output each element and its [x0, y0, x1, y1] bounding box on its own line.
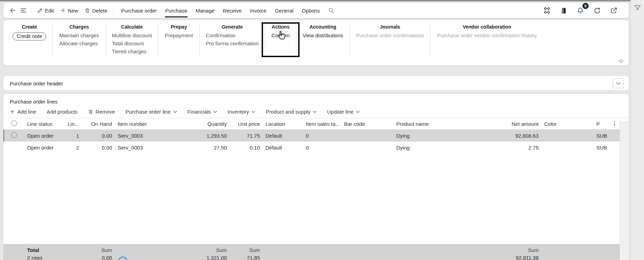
total-discount-button[interactable]: Total discount — [112, 40, 152, 48]
sum-label-on-hand: Sum — [82, 247, 115, 253]
view-distributions-button[interactable]: View distributions — [303, 32, 343, 40]
column-header-item-sales-ta[interactable]: Item sales ta... — [303, 121, 341, 127]
tab-invoice[interactable]: Invoice — [246, 3, 271, 17]
credit-note-button[interactable]: Credit note — [13, 32, 46, 42]
row-select-radio[interactable] — [11, 132, 17, 138]
notification-badge: 0 — [582, 3, 589, 9]
window-edge — [0, 0, 644, 1]
cell-quantity: 1,293.50 — [191, 133, 230, 139]
tiered-charges-button[interactable]: Tiered charges — [112, 48, 152, 56]
ribbon-group-title: Vendor collaboration — [437, 23, 537, 32]
purchase-order-line-menu[interactable]: Purchase order line — [125, 109, 177, 115]
cell-item-number: Serv_0003 — [115, 133, 191, 139]
cell-net-amount: 92,808.63 — [491, 133, 541, 139]
cell-p: SUB — [594, 133, 620, 139]
financials-menu[interactable]: Financials — [188, 109, 217, 115]
table-row-2[interactable]: Open order20.00Serv_000327.500.10Default… — [3, 142, 629, 153]
chevron-down-icon — [252, 110, 255, 113]
plus-icon — [10, 109, 15, 114]
ribbon-group-title: Generate — [206, 23, 259, 32]
filter-icon[interactable] — [634, 4, 641, 260]
ribbon-group-charges: ChargesMaintain chargesAllocate charges — [53, 23, 105, 56]
product-and-supply-menu[interactable]: Product and supply — [266, 109, 317, 115]
cell-location: Default — [263, 133, 303, 139]
ribbon-group-title: Create — [13, 23, 46, 32]
expand-header-button[interactable] — [613, 78, 624, 88]
notifications-bell-icon[interactable]: 0 — [575, 5, 586, 16]
ribbon-group-title: Charges — [59, 23, 99, 32]
back-icon[interactable] — [8, 5, 18, 16]
filter-pane-rail — [630, 0, 644, 260]
net-amount-sum: 92,811.38 — [491, 255, 541, 260]
delete-button[interactable]: Delete — [81, 6, 110, 15]
column-header-lin[interactable]: Lin... — [63, 121, 82, 127]
tab-options[interactable]: Options — [298, 3, 324, 17]
column-options-ellipsis-icon[interactable] — [612, 121, 617, 126]
purchase-order-header-section: Purchase order header — [3, 76, 629, 91]
chevron-down-icon — [356, 110, 360, 113]
cell-line: 2 — [63, 145, 82, 151]
add-products-button[interactable]: Add products — [47, 109, 77, 115]
select-all-radio[interactable] — [11, 120, 17, 126]
confirmation-button[interactable]: Confirmation — [206, 32, 259, 40]
diamond-grid-icon[interactable] — [542, 5, 552, 16]
column-header-color[interactable]: Color — [541, 121, 594, 127]
multiline-discount-button[interactable]: Multiline discount — [112, 32, 152, 40]
app-toolbar: Edit New Delete Purchase orderPurchaseMa… — [3, 3, 629, 18]
maintain-charges-button[interactable]: Maintain charges — [59, 32, 99, 40]
column-header-p[interactable]: P — [594, 121, 620, 127]
cell-p: SUB — [594, 145, 620, 151]
allocate-charges-button[interactable]: Allocate charges — [59, 40, 99, 48]
search-icon[interactable] — [326, 5, 336, 16]
column-header-net-amount[interactable]: Net amount — [491, 121, 541, 127]
edit-button[interactable]: Edit — [34, 6, 57, 15]
confirm-button[interactable]: Confirm — [271, 32, 290, 40]
lines-toolbar: Add line Add products Remove Purchase or… — [3, 107, 629, 118]
column-header-item-number[interactable]: Item number — [115, 121, 191, 127]
refresh-icon[interactable] — [592, 5, 602, 16]
lines-grid: Line statusLin...On HandItem numberQuant… — [3, 118, 629, 153]
open-new-window-icon[interactable] — [609, 5, 619, 16]
column-header-line-status[interactable]: Line status — [24, 121, 63, 127]
trash-icon — [85, 8, 90, 14]
column-header-location[interactable]: Location — [263, 121, 303, 127]
column-header-bar-code[interactable]: Bar code — [341, 121, 393, 127]
add-line-button[interactable]: Add line — [10, 109, 36, 115]
grid-body: Open order10.00Serv_00031,293.5071.75Def… — [3, 130, 629, 153]
remove-button[interactable]: Remove — [88, 109, 115, 115]
section-title: Purchase order header — [10, 81, 613, 86]
pencil-icon — [37, 8, 43, 14]
ribbon-group-title: Calculate — [112, 23, 152, 32]
hamburger-icon[interactable] — [18, 5, 29, 16]
column-header-on-hand[interactable]: On Hand — [82, 121, 115, 127]
inventory-menu[interactable]: Inventory — [228, 109, 255, 115]
ribbon-group-create: CreateCredit note — [6, 23, 53, 56]
tab-purchase-order[interactable]: Purchase order — [117, 3, 161, 17]
ribbon-groups: CreateCredit noteChargesMaintain charges… — [3, 20, 629, 56]
divider — [31, 7, 31, 14]
update-line-menu[interactable]: Update line — [327, 109, 360, 115]
chevron-down-icon — [313, 110, 317, 113]
pin-icon[interactable] — [618, 59, 624, 63]
book-icon[interactable] — [558, 5, 569, 16]
prepayment-button[interactable]: Prepayment — [165, 32, 193, 40]
tab-purchase[interactable]: Purchase — [161, 3, 191, 17]
table-row-1[interactable]: Open order10.00Serv_00031,293.5071.75Def… — [3, 130, 629, 142]
tab-general[interactable]: General — [271, 3, 297, 17]
column-header-product-name[interactable]: Product name — [393, 121, 491, 127]
ribbon-group-vendor-collaboration: Vendor collaborationPurchase order vendo… — [430, 23, 543, 56]
tab-receive[interactable]: Receive — [218, 3, 246, 17]
cell-item-sales-tax: 0 — [303, 133, 341, 139]
grid-header-row: Line statusLin...On HandItem numberQuant… — [3, 118, 629, 130]
cell-location: Default — [263, 145, 303, 151]
column-header-unit-price[interactable]: Unit price — [230, 121, 263, 127]
pro-forma-confirmation-button[interactable]: Pro forma confirmation — [206, 40, 259, 48]
new-label: New — [68, 8, 78, 14]
tab-manage[interactable]: Manage — [191, 3, 218, 17]
new-button[interactable]: New — [57, 6, 81, 15]
cell-item-number: Serv_0003 — [115, 145, 191, 151]
action-pane-ribbon: CreateCredit noteChargesMaintain charges… — [3, 20, 629, 66]
grid-scrollbar[interactable] — [620, 121, 629, 260]
purchase-order-confirmations-button: Purchase order confirmations — [356, 32, 424, 40]
column-header-quantity[interactable]: Quantity — [191, 121, 230, 127]
